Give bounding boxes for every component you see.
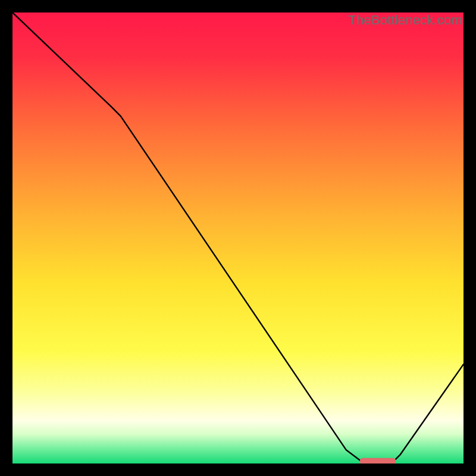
optimal-marker [360, 458, 396, 464]
watermark-text: TheBottleneck.com [348, 12, 462, 28]
gradient-rect [12, 12, 464, 464]
bottleneck-chart [12, 12, 464, 464]
chart-frame: TheBottleneck.com [12, 12, 464, 464]
